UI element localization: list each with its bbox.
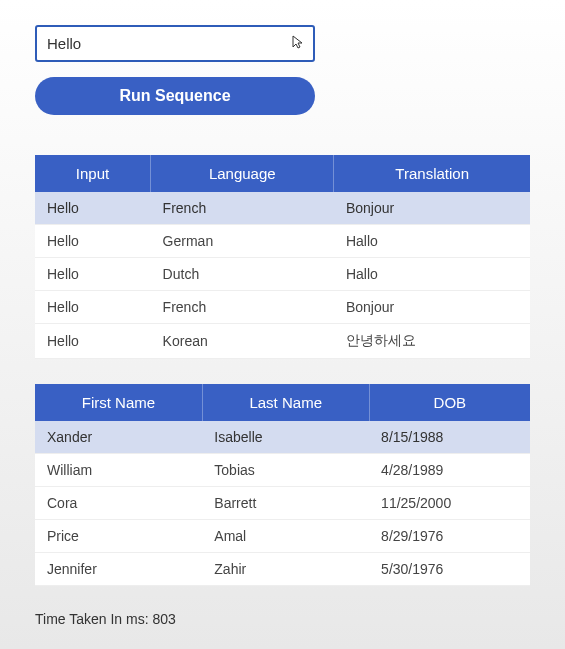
table-row[interactable]: HelloFrenchBonjour — [35, 192, 530, 225]
cell-input: Hello — [35, 225, 151, 258]
cell-first-name: Cora — [35, 487, 202, 520]
cell-language: German — [151, 225, 334, 258]
cell-language: Dutch — [151, 258, 334, 291]
cell-translation: Bonjour — [334, 192, 530, 225]
translation-table: Input Language Translation HelloFrenchBo… — [35, 155, 530, 359]
table-row[interactable]: HelloGermanHallo — [35, 225, 530, 258]
cell-input: Hello — [35, 192, 151, 225]
input-wrapper — [35, 25, 315, 62]
cell-dob: 8/15/1988 — [369, 421, 530, 454]
cell-last-name: Zahir — [202, 553, 369, 586]
cell-dob: 11/25/2000 — [369, 487, 530, 520]
time-label: Time Taken In ms: — [35, 611, 152, 627]
cell-first-name: Xander — [35, 421, 202, 454]
cell-last-name: Barrett — [202, 487, 369, 520]
cell-translation: Hallo — [334, 258, 530, 291]
translation-table-body: HelloFrenchBonjourHelloGermanHalloHelloD… — [35, 192, 530, 359]
cell-input: Hello — [35, 258, 151, 291]
table-row[interactable]: WilliamTobias4/28/1989 — [35, 454, 530, 487]
time-value: 803 — [152, 611, 175, 627]
header-dob: DOB — [369, 384, 530, 421]
table-row[interactable]: HelloFrenchBonjour — [35, 291, 530, 324]
table-header-row: First Name Last Name DOB — [35, 384, 530, 421]
cell-last-name: Tobias — [202, 454, 369, 487]
header-translation: Translation — [334, 155, 530, 192]
cell-input: Hello — [35, 291, 151, 324]
cell-translation: 안녕하세요 — [334, 324, 530, 359]
cell-last-name: Isabelle — [202, 421, 369, 454]
cell-translation: Bonjour — [334, 291, 530, 324]
cell-dob: 8/29/1976 — [369, 520, 530, 553]
table-row[interactable]: HelloKorean안녕하세요 — [35, 324, 530, 359]
cell-language: French — [151, 192, 334, 225]
cell-language: French — [151, 291, 334, 324]
header-first-name: First Name — [35, 384, 202, 421]
header-language: Language — [151, 155, 334, 192]
table-row[interactable]: PriceAmal8/29/1976 — [35, 520, 530, 553]
people-table-body: XanderIsabelle8/15/1988WilliamTobias4/28… — [35, 421, 530, 586]
cell-first-name: William — [35, 454, 202, 487]
table-row[interactable]: JenniferZahir5/30/1976 — [35, 553, 530, 586]
header-input: Input — [35, 155, 151, 192]
header-last-name: Last Name — [202, 384, 369, 421]
cell-dob: 4/28/1989 — [369, 454, 530, 487]
cell-input: Hello — [35, 324, 151, 359]
table-header-row: Input Language Translation — [35, 155, 530, 192]
table-row[interactable]: CoraBarrett11/25/2000 — [35, 487, 530, 520]
cell-last-name: Amal — [202, 520, 369, 553]
cell-language: Korean — [151, 324, 334, 359]
cell-first-name: Price — [35, 520, 202, 553]
text-input[interactable] — [35, 25, 315, 62]
status-text: Time Taken In ms: 803 — [35, 611, 530, 627]
cell-first-name: Jennifer — [35, 553, 202, 586]
table-row[interactable]: XanderIsabelle8/15/1988 — [35, 421, 530, 454]
run-sequence-button[interactable]: Run Sequence — [35, 77, 315, 115]
people-table: First Name Last Name DOB XanderIsabelle8… — [35, 384, 530, 586]
cell-dob: 5/30/1976 — [369, 553, 530, 586]
cell-translation: Hallo — [334, 225, 530, 258]
table-row[interactable]: HelloDutchHallo — [35, 258, 530, 291]
